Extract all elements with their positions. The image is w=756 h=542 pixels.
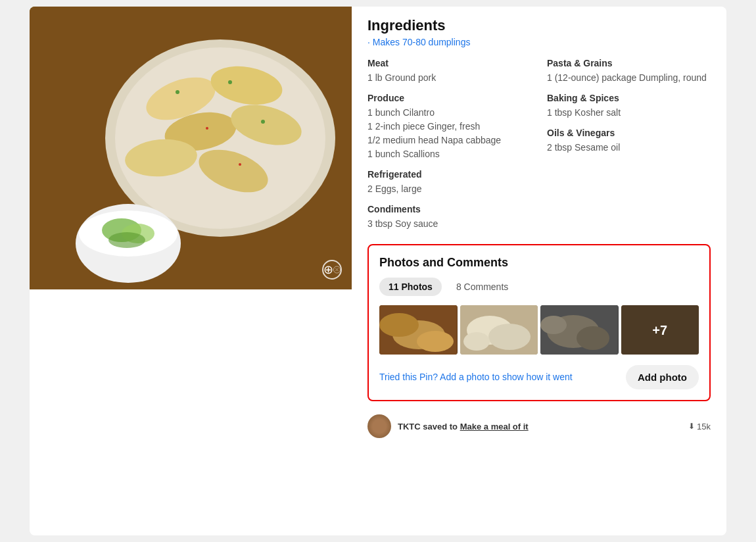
footer-username: TKTC bbox=[398, 422, 421, 431]
add-photo-text: Tried this Pin? Add a photo to show how … bbox=[379, 371, 573, 384]
category-pasta-title: Pasta & Grains bbox=[547, 58, 711, 68]
ingredients-col-1: Meat 1 lb Ground pork Produce 1 bunch Ci… bbox=[367, 58, 531, 239]
page-wrapper: Ingredients · Makes 70-80 dumplings Meat… bbox=[0, 0, 756, 542]
ingredients-grid: Meat 1 lb Ground pork Produce 1 bunch Ci… bbox=[367, 58, 711, 239]
category-meat-title: Meat bbox=[367, 58, 531, 68]
svg-point-27 bbox=[417, 331, 454, 352]
ingredient-dumpling-wrappers: 1 (12-ounce) package Dumpling, round bbox=[547, 71, 711, 85]
ingredient-scallions: 1 bunch Scallions bbox=[367, 147, 531, 161]
photo-thumb-3[interactable] bbox=[540, 305, 619, 355]
svg-point-12 bbox=[206, 127, 208, 130]
photo-thumb-2[interactable] bbox=[460, 305, 538, 355]
footer-action: saved to bbox=[423, 422, 460, 431]
svg-point-11 bbox=[261, 120, 265, 124]
svg-point-18 bbox=[108, 232, 145, 248]
save-count: ⬇ 15k bbox=[688, 422, 711, 431]
category-refrigerated: Refrigerated 2 Eggs, large bbox=[367, 169, 531, 196]
svg-point-34 bbox=[577, 326, 609, 350]
footer-board[interactable]: Make a meal of it bbox=[460, 422, 529, 431]
ingredient-soy-sauce: 3 tbsp Soy sauce bbox=[367, 217, 531, 231]
tab-comments[interactable]: 8 Comments bbox=[447, 278, 517, 296]
svg-point-30 bbox=[488, 324, 531, 350]
svg-line-22 bbox=[336, 270, 337, 271]
right-panel: Ingredients · Makes 70-80 dumplings Meat… bbox=[352, 7, 726, 535]
footer-text: TKTC saved to Make a meal of it bbox=[398, 422, 529, 431]
avatar bbox=[367, 414, 391, 438]
save-count-value: 15k bbox=[697, 422, 711, 431]
svg-line-23 bbox=[337, 270, 339, 271]
category-pasta-grains: Pasta & Grains 1 (12-ounce) package Dump… bbox=[547, 58, 711, 85]
add-photo-button[interactable]: Add photo bbox=[626, 365, 699, 389]
category-condiments: Condiments 3 tbsp Soy sauce bbox=[367, 204, 531, 231]
add-photo-row: Tried this Pin? Add a photo to show how … bbox=[379, 365, 699, 389]
recipe-image[interactable] bbox=[30, 7, 352, 289]
svg-point-26 bbox=[379, 313, 419, 337]
ingredient-ginger: 1 2-inch piece Ginger, fresh bbox=[367, 120, 531, 134]
ingredient-kosher-salt: 1 tbsp Kosher salt bbox=[547, 106, 711, 120]
more-overlay: +7 bbox=[652, 322, 667, 337]
photo-grid: +7 bbox=[379, 305, 699, 355]
category-meat: Meat 1 lb Ground pork bbox=[367, 58, 531, 85]
category-baking-spices: Baking & Spices 1 tbsp Kosher salt bbox=[547, 93, 711, 120]
content-area: Ingredients · Makes 70-80 dumplings Meat… bbox=[30, 7, 726, 535]
dumplings-svg bbox=[30, 7, 352, 289]
photos-comments-section: Photos and Comments 11 Photos 8 Comments bbox=[367, 244, 711, 401]
ingredient-cabbage: 1/2 medium head Napa cabbage bbox=[367, 134, 531, 147]
svg-line-20 bbox=[336, 268, 337, 270]
footer-row: TKTC saved to Make a meal of it ⬇ 15k bbox=[367, 408, 711, 438]
ingredient-ground-pork: 1 lb Ground pork bbox=[367, 71, 531, 85]
ingredient-eggs: 2 Eggs, large bbox=[367, 182, 531, 196]
makes-text: · Makes 70-80 dumplings bbox=[367, 37, 711, 47]
category-condiments-title: Condiments bbox=[367, 204, 531, 214]
photo-thumb-4[interactable]: +7 bbox=[621, 305, 699, 355]
category-produce-title: Produce bbox=[367, 93, 531, 103]
photo-3-svg bbox=[540, 305, 619, 355]
photo-1-svg bbox=[379, 305, 458, 355]
svg-point-19 bbox=[333, 266, 340, 273]
category-oils-title: Oils & Vinegars bbox=[547, 128, 711, 138]
ingredients-title: Ingredients bbox=[367, 17, 711, 34]
expand-svg bbox=[333, 260, 341, 279]
svg-point-10 bbox=[228, 80, 232, 84]
svg-point-31 bbox=[463, 332, 490, 351]
category-baking-title: Baking & Spices bbox=[547, 93, 711, 103]
ingredient-cilantro: 1 bunch Cilantro bbox=[367, 106, 531, 120]
left-panel bbox=[30, 7, 352, 535]
tab-row: 11 Photos 8 Comments bbox=[379, 278, 699, 296]
photo-2-svg bbox=[460, 305, 538, 355]
recipe-image-placeholder bbox=[30, 7, 352, 289]
svg-point-9 bbox=[176, 90, 179, 94]
category-oils-vinegars: Oils & Vinegars 2 tbsp Sesame oil bbox=[547, 128, 711, 155]
ingredients-col-2: Pasta & Grains 1 (12-ounce) package Dump… bbox=[547, 58, 711, 239]
tab-photos[interactable]: 11 Photos bbox=[379, 278, 442, 296]
svg-point-35 bbox=[540, 316, 567, 334]
pin-icon: ⬇ bbox=[688, 422, 695, 431]
expand-icon[interactable] bbox=[322, 260, 342, 280]
photos-comments-title: Photos and Comments bbox=[379, 256, 699, 270]
category-refrigerated-title: Refrigerated bbox=[367, 169, 531, 180]
ingredient-sesame-oil: 2 tbsp Sesame oil bbox=[547, 141, 711, 155]
svg-line-21 bbox=[337, 268, 339, 270]
photo-thumb-1[interactable] bbox=[379, 305, 458, 355]
svg-point-13 bbox=[239, 163, 241, 166]
category-produce: Produce 1 bunch Cilantro 1 2-inch piece … bbox=[367, 93, 531, 161]
